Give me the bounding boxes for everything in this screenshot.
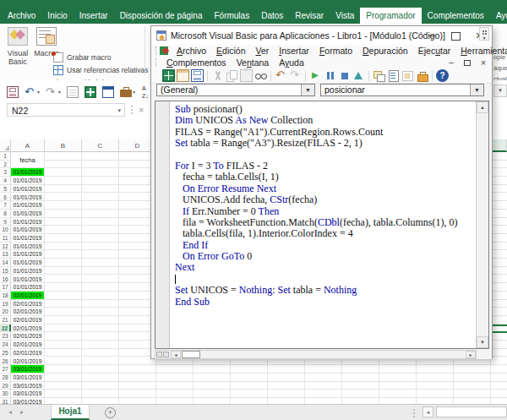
empty-cells[interactable] (45, 390, 507, 397)
save-icon[interactable] (191, 69, 204, 82)
visual-basic-button[interactable]: Visual Basic (3, 25, 32, 76)
undo-dropdown-icon[interactable]: ▾ (37, 89, 40, 95)
date-cell-a20[interactable]: 02/01/2019 (11, 308, 45, 315)
row-header-23[interactable]: 23 (0, 332, 11, 340)
ribbon-tab-f-rmulas[interactable]: Fórmulas (208, 8, 255, 24)
column-header-a[interactable]: A (11, 139, 45, 152)
date-cell-a31[interactable]: 03/01/2019 (11, 398, 45, 404)
ribbon-tab-inicio[interactable]: Inicio (41, 8, 73, 24)
briefcase-icon[interactable] (120, 90, 132, 97)
sheet-nav-next-icon[interactable]: ▸ (20, 405, 24, 420)
row-header-6[interactable]: 6 (0, 194, 11, 201)
toolbar-drag-handle[interactable] (155, 46, 158, 55)
design-mode-icon[interactable] (352, 69, 365, 82)
row-header-31[interactable]: 31 (0, 398, 11, 404)
ribbon-tab-archivo[interactable]: Archivo (2, 8, 41, 24)
new-document-icon[interactable] (67, 86, 79, 98)
undo-icon[interactable] (275, 69, 287, 82)
code-vertical-scrollbar[interactable]: ▲ ▼ (476, 101, 488, 348)
code-line-6[interactable]: For I = 3 To FILAS - 2 (175, 161, 475, 172)
code-line-3[interactable]: FILAS = Range("A1").CurrentRegion.Rows.C… (175, 127, 475, 138)
row-header-22[interactable]: 22 (0, 325, 11, 332)
date-cell-a6[interactable]: 01/01/2019 (11, 194, 45, 201)
code-line-8[interactable]: On Error Resume Next (175, 183, 475, 194)
date-cell-a15[interactable]: 01/01/2019 (11, 267, 45, 275)
redo-dropdown-icon[interactable]: ▾ (58, 89, 61, 95)
scroll-right-icon[interactable]: ► (466, 351, 476, 358)
properties-window-icon[interactable] (387, 69, 400, 82)
insert-userform-icon[interactable] (177, 69, 189, 82)
code-line-9[interactable]: UNICOS.Add fecha, CStr(fecha) (175, 194, 475, 205)
horizontal-scrollbar-track[interactable] (436, 406, 507, 417)
child-restore-button[interactable] (461, 57, 474, 68)
code-line-1[interactable]: Sub posicionar() (175, 104, 475, 115)
cut-icon[interactable] (211, 69, 224, 82)
date-cell-a28[interactable]: 03/01/2019 (11, 374, 45, 381)
empty-cells[interactable] (45, 382, 507, 390)
date-cell-a16[interactable]: 01/01/2019 (11, 275, 45, 283)
code-horizontal-scrollbar[interactable]: ◄ ► (155, 350, 477, 359)
vba-menu-complementos[interactable]: Complementos (161, 57, 232, 68)
hscroll-thumb[interactable] (182, 351, 200, 358)
empty-cells[interactable] (45, 365, 507, 373)
date-cell-a3[interactable]: 01/01/2019 (11, 168, 45, 176)
vba-menu-ver[interactable]: Ver (250, 45, 274, 57)
code-line-15[interactable]: Next (175, 262, 475, 273)
sheet-nav-prev-icon[interactable]: ◂ (8, 405, 12, 420)
child-minimize-button[interactable]: – (444, 57, 458, 68)
vba-menu-formato[interactable]: Formato (314, 45, 357, 57)
empty-cells[interactable] (45, 398, 507, 404)
date-cell-a27[interactable]: 03/01/2019 (11, 365, 45, 373)
date-cell-a8[interactable]: 01/01/2019 (11, 210, 45, 217)
child-close-button[interactable]: × (477, 57, 490, 68)
new-sheet-button[interactable]: + (105, 407, 116, 418)
vba-menu-ayuda[interactable]: Ayuda (274, 57, 309, 68)
select-all-corner[interactable] (0, 139, 11, 152)
date-cell-a23[interactable]: 02/01/2019 (11, 332, 45, 340)
vba-menu-ejecutar[interactable]: Ejecutar (413, 45, 456, 57)
cancel-entry-icon[interactable]: × (139, 103, 144, 117)
row-header-18[interactable]: 18 (0, 292, 11, 299)
vba-title-bar[interactable]: Microsoft Visual Basic para Aplicaciones… (151, 26, 492, 45)
ribbon-tab-disposici-n-de-p-gina[interactable]: Disposición de página (114, 8, 209, 24)
sheet-tab-hoja1[interactable]: Hoja1 (51, 405, 90, 420)
procedure-dropdown-arrow-icon[interactable]: ▼ (470, 85, 483, 95)
row-header-27[interactable]: 27 (0, 365, 11, 373)
code-line-13[interactable]: End If (175, 240, 475, 251)
date-cell-a26[interactable]: 02/01/2019 (11, 357, 45, 365)
row-header-28[interactable]: 28 (0, 374, 11, 381)
maximize-button[interactable] (444, 27, 466, 44)
code-line-10[interactable]: If Err.Number = 0 Then (175, 206, 475, 217)
date-cell-a17[interactable]: 01/01/2019 (11, 283, 45, 291)
full-view-button[interactable] (163, 352, 169, 357)
name-box[interactable]: N22 ▾ (7, 103, 125, 117)
scroll-down-icon[interactable]: ▼ (477, 336, 488, 348)
date-cell-a5[interactable]: 01/01/2019 (11, 185, 45, 193)
copy-icon[interactable] (226, 69, 238, 82)
date-cell-a7[interactable]: 01/01/2019 (11, 201, 45, 209)
excel-view-icon[interactable] (162, 69, 175, 82)
vba-menu-edici-n[interactable]: Edición (211, 45, 250, 57)
row-header-24[interactable]: 24 (0, 341, 11, 348)
save-icon[interactable] (7, 86, 19, 98)
row-header-9[interactable]: 9 (0, 218, 11, 226)
ribbon-tab-complementos[interactable]: Complementos (422, 8, 490, 24)
row-header-5[interactable]: 5 (0, 185, 11, 193)
column-header-b[interactable]: B (45, 139, 82, 152)
code-line-16[interactable] (175, 274, 475, 285)
row-header-3[interactable]: 3 (0, 168, 11, 176)
project-explorer-icon[interactable] (373, 69, 385, 82)
row-header-2[interactable]: 2 (0, 161, 11, 168)
code-line-12[interactable]: tabla.Cells(fila, 1).Interior.ColorIndex… (175, 228, 475, 239)
ribbon-tab-revisar[interactable]: Revisar (289, 8, 330, 24)
reset-icon[interactable] (338, 69, 351, 82)
grabar-macro-button[interactable]: Grabar macro (53, 52, 111, 63)
date-cell-a22[interactable]: 02/01/2019 (11, 325, 45, 332)
undo-icon[interactable] (25, 86, 36, 98)
code-line-5[interactable] (175, 150, 475, 161)
redo-icon[interactable] (46, 86, 57, 98)
vba-menu-depuraci-n[interactable]: Depuración (357, 45, 413, 57)
code-line-2[interactable]: Dim UNICOS As New Collection (175, 115, 475, 126)
ribbon-tab-ayuda[interactable]: Ayuda (490, 8, 507, 24)
row-header-21[interactable]: 21 (0, 316, 11, 324)
